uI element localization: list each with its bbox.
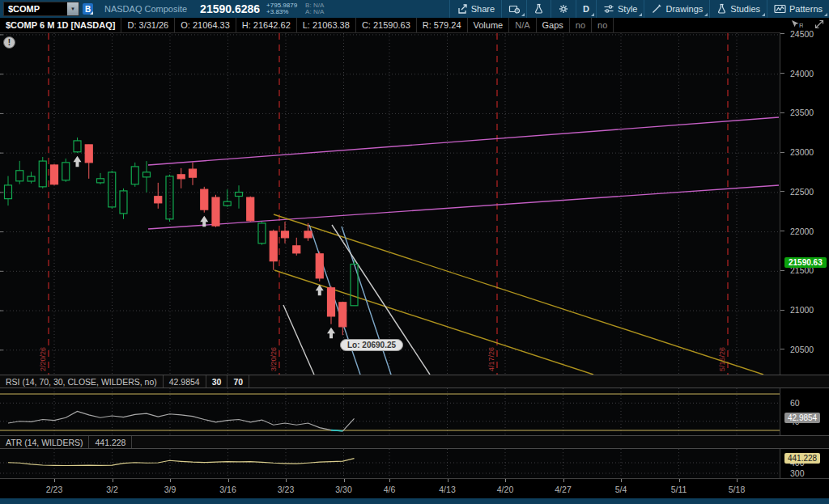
candle	[177, 175, 185, 179]
trendline-white[interactable]	[332, 225, 430, 375]
trendline-yellow[interactable]	[274, 270, 593, 375]
candle	[212, 197, 219, 226]
time-axis-tick	[344, 479, 345, 482]
trendline-blue[interactable]	[342, 227, 391, 375]
ask-value: A: N/A	[305, 9, 324, 15]
candle	[5, 185, 12, 199]
time-axis-label: 2/23	[46, 485, 62, 494]
price-change: +795.9879 +3.83%	[266, 2, 297, 15]
alert-chart-button[interactable]	[501, 0, 526, 18]
patterns-button[interactable]: Patterns	[767, 0, 829, 18]
studies-button[interactable]: Studies	[709, 0, 767, 18]
time-axis-label: 3/9	[164, 485, 176, 494]
candle	[85, 145, 92, 163]
time-axis-label: 3/23	[278, 485, 294, 494]
chart-toolbar: $COMP ▼ B NASDAQ Composite 21590.6286 +7…	[0, 0, 829, 18]
time-axis-tick	[113, 479, 113, 482]
candle	[223, 201, 231, 205]
candle	[97, 179, 104, 183]
symbol-text: $COMP	[4, 4, 67, 14]
atr-value: 441.228	[89, 436, 132, 448]
time-axis-label: 5/18	[729, 485, 745, 494]
time-axis-label: 3/16	[219, 485, 236, 494]
time-axis-label: 5/11	[671, 485, 687, 494]
atr-label[interactable]: ATR (14, WILDERS)	[0, 436, 89, 448]
studies-label: Studies	[730, 4, 760, 14]
atr-header: ATR (14, WILDERS) 441.228	[0, 435, 829, 449]
price-axis-tick	[780, 191, 784, 192]
candle	[120, 191, 127, 214]
candle	[282, 231, 289, 238]
price-axis-label: 20500	[790, 345, 814, 354]
time-axis-tick	[737, 479, 738, 482]
rsi-label[interactable]: RSI (14, 70, 30, CLOSE, WILDERS, no)	[0, 375, 164, 388]
rsi-header: RSI (14, 70, 30, CLOSE, WILDERS, no) 42.…	[0, 375, 829, 388]
rsi-pane[interactable]	[0, 388, 780, 435]
ohlc-cell: D: 3/31/26	[121, 18, 175, 32]
expiration-label: 5/15/26	[718, 347, 726, 371]
candle	[143, 172, 151, 177]
price-axis-tick	[780, 112, 784, 113]
atr-line	[8, 459, 355, 466]
atr-pane[interactable]	[0, 449, 780, 478]
price-axis-tick	[780, 349, 784, 349]
candle	[74, 141, 81, 152]
last-price: 21590.6286	[200, 2, 260, 15]
settings-gear-button[interactable]	[551, 0, 576, 18]
time-axis-label: 4/20	[497, 485, 513, 494]
thinkorswim-chart-window: $COMP ▼ B NASDAQ Composite 21590.6286 +7…	[0, 0, 829, 504]
time-axis[interactable]: 2/233/23/93/163/233/304/64/134/204/275/4…	[0, 478, 829, 498]
style-sliders-icon	[603, 3, 614, 15]
time-axis-tick	[679, 479, 680, 482]
price-axis-label: 22000	[790, 227, 814, 236]
time-axis-label: 4/13	[439, 485, 455, 494]
company-name: NASDAQ Composite	[104, 4, 187, 14]
share-button[interactable]: Share	[449, 0, 501, 18]
candle	[258, 223, 266, 244]
analyze-flask-button[interactable]	[526, 0, 551, 18]
exchange-badge[interactable]: B	[83, 3, 93, 15]
time-axis-label: 3/2	[106, 485, 118, 494]
time-axis-tick	[389, 479, 390, 482]
candle	[28, 176, 35, 181]
info-icon[interactable]: !	[3, 36, 15, 49]
candle	[51, 165, 58, 184]
time-axis-tick	[505, 479, 506, 482]
ohlc-cell: no	[570, 18, 592, 32]
patterns-label: Patterns	[789, 4, 823, 14]
price-chart-pane[interactable]: 2/20/263/20/264/17/265/15/26 ! Lo: 20690…	[0, 32, 780, 375]
ohlc-cell: H: 21642.62	[236, 18, 297, 32]
candle	[155, 197, 162, 203]
price-axis-label: 24500	[790, 29, 814, 39]
rsi-value-badge: 42.9854	[784, 413, 820, 423]
candle	[201, 189, 208, 210]
trendline-white[interactable]	[283, 305, 314, 375]
trendline-magenta[interactable]	[148, 117, 779, 165]
symbol-input[interactable]: $COMP ▼	[3, 2, 79, 16]
price-axis[interactable]: 2450024000235002300022500220002150021000…	[780, 32, 829, 498]
symbol-dropdown-button[interactable]: ▼	[67, 2, 79, 15]
price-axis-label: 23000	[790, 147, 814, 157]
time-axis-tick	[228, 479, 229, 482]
maximize-icon[interactable]	[814, 19, 824, 31]
flask-icon	[534, 3, 544, 15]
time-axis-label: 4/27	[555, 485, 571, 494]
low-callout: Lo: 20690.25	[340, 339, 403, 351]
time-axis-tick	[286, 479, 287, 482]
share-label: Share	[471, 4, 495, 14]
candle	[304, 231, 312, 238]
ohlc-cell: R: 579.24	[417, 18, 468, 32]
ohlc-cell: Volume	[468, 18, 510, 32]
expiration-label: 4/17/26	[487, 347, 495, 371]
time-axis-tick	[448, 479, 449, 482]
price-axis-tick	[780, 73, 784, 74]
candle	[189, 169, 197, 177]
ohlc-cell: C: 21590.63	[356, 18, 417, 32]
candle	[16, 171, 23, 181]
style-button[interactable]: Style	[596, 0, 644, 18]
rsi-line	[8, 411, 355, 430]
timeframe-button[interactable]: D	[576, 0, 596, 18]
candle	[62, 163, 70, 180]
drawings-button[interactable]: Drawings	[644, 0, 709, 18]
candle	[236, 193, 243, 197]
